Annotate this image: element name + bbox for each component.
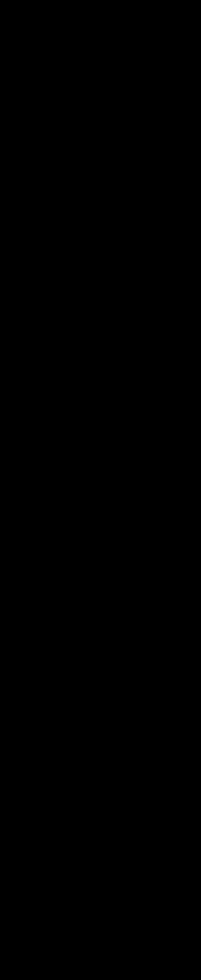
spectrogram-stack [0, 0, 201, 980]
